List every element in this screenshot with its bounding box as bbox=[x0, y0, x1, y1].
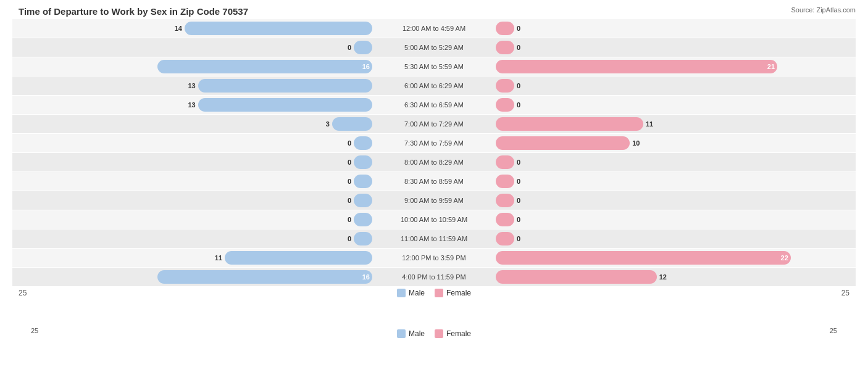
legend-male-text: Male bbox=[409, 289, 425, 297]
male-bar-zero bbox=[354, 155, 372, 169]
male-value: 13 bbox=[186, 82, 196, 89]
axis-row: 25 Male Female 25 bbox=[12, 287, 856, 299]
legend-female: Female bbox=[435, 329, 471, 338]
female-bar: 21 bbox=[496, 60, 777, 73]
time-label: 10:00 AM to 10:59 AM bbox=[372, 216, 496, 223]
table-row: 0 8:30 AM to 8:59 AM 0 bbox=[12, 172, 856, 191]
female-value-zero: 0 bbox=[517, 159, 520, 166]
male-value: 3 bbox=[320, 120, 330, 128]
axis-left: 25 bbox=[31, 327, 38, 338]
time-label: 6:30 AM to 6:59 AM bbox=[372, 101, 496, 109]
legend: Male Female bbox=[397, 329, 471, 338]
table-row: 0 10:00 AM to 10:59 AM 0 bbox=[12, 210, 856, 229]
chart-title: Time of Departure to Work by Sex in Zip … bbox=[12, 6, 856, 17]
table-row: 14 12:00 AM to 4:59 AM 0 bbox=[12, 19, 856, 38]
time-label: 6:00 AM to 6:29 AM bbox=[372, 82, 496, 89]
female-bar-zero bbox=[496, 79, 514, 93]
male-bar-zero bbox=[354, 136, 372, 150]
legend-female-box bbox=[435, 329, 443, 338]
legend-male-label: Male bbox=[409, 329, 425, 338]
table-row: 11 12:00 PM to 3:59 PM 22 bbox=[12, 249, 856, 267]
legend-female-item: Female bbox=[435, 289, 471, 297]
female-bar bbox=[496, 270, 657, 284]
table-row: 13 6:30 AM to 6:59 AM 0 bbox=[12, 96, 856, 114]
female-value-zero: 0 bbox=[517, 235, 520, 242]
female-value-zero: 0 bbox=[517, 82, 520, 89]
table-row: 16 5:30 AM to 5:59 AM 21 bbox=[12, 57, 856, 76]
female-bar-zero bbox=[496, 41, 514, 54]
time-label: 4:00 PM to 11:59 PM bbox=[372, 273, 496, 281]
time-label: 12:00 PM to 3:59 PM bbox=[372, 254, 496, 262]
legend-male-item: Male bbox=[397, 289, 425, 297]
male-bar bbox=[198, 98, 372, 112]
table-row: 0 5:00 AM to 5:29 AM 0 bbox=[12, 38, 856, 57]
legend-female-label: Female bbox=[446, 329, 471, 338]
male-value-zero: 0 bbox=[348, 159, 351, 166]
time-label: 9:00 AM to 9:59 AM bbox=[372, 197, 496, 204]
time-label: 5:30 AM to 5:59 AM bbox=[372, 63, 496, 70]
male-value-zero: 0 bbox=[348, 216, 351, 223]
legend-female-text: Female bbox=[446, 289, 471, 297]
female-bar-zero bbox=[496, 213, 514, 226]
table-row: 0 11:00 AM to 11:59 AM 0 bbox=[12, 229, 856, 248]
female-value-zero: 0 bbox=[517, 44, 520, 51]
chart-container: Time of Departure to Work by Sex in Zip … bbox=[0, 0, 868, 367]
female-value: 11 bbox=[646, 120, 653, 128]
female-bar bbox=[496, 136, 630, 150]
female-value-zero: 0 bbox=[517, 25, 520, 32]
male-value: 13 bbox=[186, 101, 196, 109]
female-bar-zero bbox=[496, 194, 514, 207]
male-bar bbox=[185, 22, 372, 35]
female-value-zero: 0 bbox=[517, 178, 520, 185]
male-bar-zero bbox=[354, 232, 372, 245]
axis-labels: 25 Male Female 25 bbox=[12, 327, 856, 338]
female-bar-zero bbox=[496, 155, 514, 169]
table-row: 16 4:00 PM to 11:59 PM 12 bbox=[12, 268, 856, 286]
female-value-inside: 22 bbox=[781, 254, 788, 262]
male-bar-zero bbox=[354, 213, 372, 226]
time-label: 5:00 AM to 5:29 AM bbox=[372, 44, 496, 51]
male-value-zero: 0 bbox=[348, 139, 351, 147]
table-row: 3 7:00 AM to 7:29 AM 11 bbox=[12, 115, 856, 133]
male-value-zero: 0 bbox=[348, 235, 351, 242]
legend-male-color bbox=[397, 289, 406, 297]
legend-female-color bbox=[435, 289, 443, 297]
male-bar-zero bbox=[354, 41, 372, 54]
table-row: 0 8:00 AM to 8:29 AM 0 bbox=[12, 153, 856, 171]
female-bar bbox=[496, 117, 643, 131]
time-label: 7:30 AM to 7:59 AM bbox=[372, 139, 496, 147]
source-text: Source: ZipAtlas.com bbox=[791, 6, 856, 14]
female-value-zero: 0 bbox=[517, 197, 520, 204]
legend-male-box bbox=[397, 329, 406, 338]
female-bar-zero bbox=[496, 232, 514, 245]
female-value-zero: 0 bbox=[517, 216, 520, 223]
axis-left-label: 25 bbox=[19, 289, 27, 297]
female-value: 12 bbox=[659, 273, 667, 281]
male-bar bbox=[198, 79, 372, 93]
legend-male: Male bbox=[397, 329, 425, 338]
time-label: 11:00 AM to 11:59 AM bbox=[372, 235, 496, 242]
female-value: 10 bbox=[632, 139, 640, 147]
time-label: 8:30 AM to 8:59 AM bbox=[372, 178, 496, 185]
male-bar: 16 bbox=[157, 270, 372, 284]
male-value: 14 bbox=[172, 25, 182, 32]
male-value: 11 bbox=[212, 254, 222, 262]
table-row: 0 7:30 AM to 7:59 AM 10 bbox=[12, 134, 856, 152]
male-value-inside: 16 bbox=[362, 273, 370, 281]
female-bar-zero bbox=[496, 175, 514, 188]
male-bar-zero bbox=[354, 175, 372, 188]
axis-right-label: 25 bbox=[841, 289, 849, 297]
male-bar bbox=[225, 251, 372, 265]
male-bar bbox=[332, 117, 372, 131]
female-value-zero: 0 bbox=[517, 101, 520, 109]
table-row: 0 9:00 AM to 9:59 AM 0 bbox=[12, 191, 856, 210]
time-label: 8:00 AM to 8:29 AM bbox=[372, 159, 496, 166]
time-label: 7:00 AM to 7:29 AM bbox=[372, 120, 496, 128]
male-value-zero: 0 bbox=[348, 44, 351, 51]
female-bar-zero bbox=[496, 98, 514, 112]
male-value-zero: 0 bbox=[348, 197, 351, 204]
time-label: 12:00 AM to 4:59 AM bbox=[372, 25, 496, 32]
chart-area: 14 12:00 AM to 4:59 AM 0 0 bbox=[12, 19, 856, 324]
male-value-zero: 0 bbox=[348, 178, 351, 185]
female-bar: 22 bbox=[496, 251, 791, 265]
